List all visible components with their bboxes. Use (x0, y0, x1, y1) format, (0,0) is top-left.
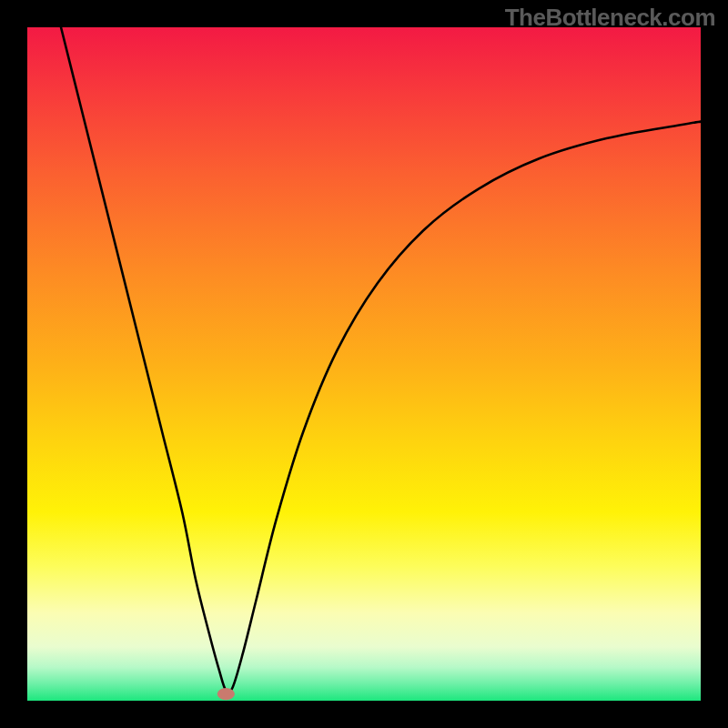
curve-layer (27, 27, 701, 701)
plot-area (27, 27, 701, 701)
watermark-text: TheBottleneck.com (505, 4, 715, 32)
minimum-marker (217, 688, 235, 700)
chart-frame: TheBottleneck.com (0, 0, 728, 728)
bottleneck-curve (61, 27, 701, 693)
